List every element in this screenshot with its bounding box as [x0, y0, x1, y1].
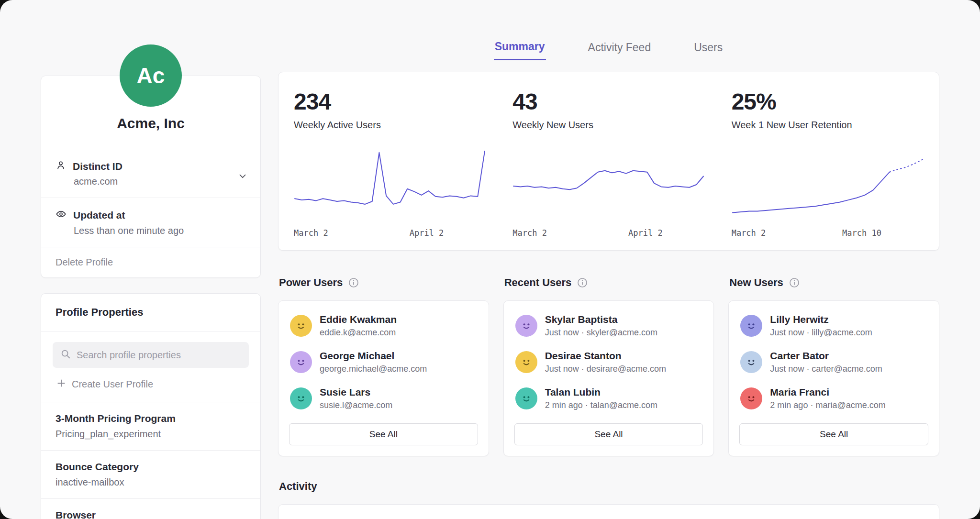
profile-properties-card: Profile Properties Create User Profile 3… — [41, 293, 261, 519]
face-icon — [745, 319, 758, 332]
user-meta: Just now · lilly@acme.com — [770, 328, 872, 338]
user-name: Skylar Baptista — [545, 314, 657, 325]
list-item[interactable]: Carter Bator Just now · carter@acme.com — [739, 344, 928, 380]
list-item[interactable]: Talan Lubin 2 min ago · talan@acme.com — [514, 380, 703, 417]
power-users-title: Power Users — [279, 276, 343, 289]
user-meta: Just now · carter@acme.com — [770, 364, 882, 374]
activity-card: 234 240 3.4k — [278, 504, 939, 519]
list-item[interactable]: Maria Franci 2 min ago · maria@acme.com — [739, 380, 928, 417]
distinct-id-label: Distinct ID — [73, 161, 122, 172]
x-axis-start: March 2 — [512, 228, 547, 238]
see-all-button[interactable]: See All — [514, 423, 703, 445]
face-icon — [294, 319, 308, 332]
power-users-card: Eddie Kwakman eddie.k@acme.com George Mi… — [278, 300, 489, 456]
profile-properties-title: Profile Properties — [41, 294, 260, 331]
x-axis-end: March 10 — [842, 228, 881, 238]
stat-value: 43 — [512, 88, 704, 115]
user-name: Susie Lars — [320, 386, 392, 398]
user-meta: Just now · desirare@acme.com — [545, 364, 666, 374]
user-name: Maria Franci — [770, 386, 885, 398]
see-all-button[interactable]: See All — [289, 423, 478, 445]
x-axis-labels: March 2 March 10 — [732, 228, 924, 238]
stat-value: 25% — [732, 88, 924, 115]
activity-stat: 3.4k — [718, 517, 937, 519]
property-label: 3-Month Pricing Program — [56, 413, 246, 424]
x-axis-labels: March 2 April 2 — [294, 228, 486, 238]
x-axis-end: April 2 — [628, 228, 663, 238]
x-axis-start: March 2 — [732, 228, 766, 238]
avatar — [515, 351, 537, 373]
recent-users-card: Skylar Baptista Just now · skyler@acme.c… — [503, 300, 714, 456]
info-icon[interactable] — [789, 277, 800, 288]
stat-value: 234 — [294, 88, 486, 115]
weekly-active-users-sparkline — [294, 147, 486, 222]
activity-stat: 234 — [280, 517, 499, 519]
list-item[interactable]: Eddie Kwakman eddie.k@acme.com — [289, 308, 478, 344]
property-row-pricing-program[interactable]: 3-Month Pricing Program Pricing_plan_exp… — [41, 402, 260, 450]
list-item[interactable]: Lilly Herwitz Just now · lilly@acme.com — [739, 308, 928, 344]
list-item[interactable]: George Michael george.michael@acme.com — [289, 344, 478, 380]
activity-section: Activity 234 240 3.4k — [278, 480, 939, 519]
avatar — [740, 387, 762, 409]
user-name: Lilly Herwitz — [770, 314, 872, 325]
stat-weekly-new-users: 43 Weekly New Users March 2 April 2 — [499, 88, 718, 238]
app-window: Ac Acme, Inc Distinct ID acme.com — [0, 0, 980, 519]
info-icon[interactable] — [348, 277, 359, 288]
stat-week1-retention: 25% Week 1 New User Retention March 2 Ma… — [718, 88, 937, 238]
activity-title: Activity — [278, 480, 939, 493]
avatar — [515, 315, 537, 337]
stat-label: Week 1 New User Retention — [732, 120, 924, 131]
profile-card: Ac Acme, Inc Distinct ID acme.com — [41, 76, 261, 278]
list-item[interactable]: Susie Lars susie.l@acme.com — [289, 380, 478, 417]
user-meta: Just now · skyler@acme.com — [545, 328, 657, 338]
eye-icon — [56, 209, 67, 222]
list-item[interactable]: Skylar Baptista Just now · skyler@acme.c… — [514, 308, 703, 344]
updated-at-label: Updated at — [73, 210, 125, 221]
profile-sidebar: Ac Acme, Inc Distinct ID acme.com — [41, 0, 261, 519]
face-icon — [520, 355, 533, 369]
stat-weekly-active-users: 234 Weekly Active Users March 2 April 2 — [280, 88, 499, 238]
summary-card: 234 Weekly Active Users March 2 April 2 … — [278, 72, 939, 251]
user-name: Eddie Kwakman — [320, 314, 397, 325]
tab-bar: Summary Activity Feed Users — [278, 40, 939, 60]
property-row-browser[interactable]: Browser Chrome — [41, 498, 260, 519]
avatar — [740, 315, 762, 337]
search-icon — [60, 349, 71, 361]
avatar — [290, 387, 312, 409]
list-item[interactable]: Desirae Stanton Just now · desirare@acme… — [514, 344, 703, 380]
user-name: Carter Bator — [770, 350, 882, 362]
distinct-id-value: acme.com — [74, 176, 246, 187]
recent-users-title: Recent Users — [504, 276, 572, 289]
user-name: Desirae Stanton — [545, 350, 666, 362]
new-users-card: Lilly Herwitz Just now · lilly@acme.com … — [728, 300, 939, 456]
power-users-section: Power Users Eddie Kwakman eddie.k@acme.c… — [278, 276, 489, 456]
avatar — [290, 315, 312, 337]
profile-properties-search[interactable] — [53, 342, 249, 368]
property-row-bounce-category[interactable]: Bounce Category inactive-mailbox — [41, 450, 260, 498]
avatar — [740, 351, 762, 373]
weekly-new-users-sparkline — [512, 147, 704, 222]
user-name: George Michael — [320, 350, 427, 362]
updated-at-row: Updated at Less than one minute ago — [41, 198, 260, 247]
chevron-down-icon[interactable] — [237, 171, 248, 181]
delete-profile-button[interactable]: Delete Profile — [41, 247, 260, 277]
search-input[interactable] — [77, 350, 241, 361]
info-icon[interactable] — [577, 277, 588, 288]
stat-label: Weekly New Users — [512, 120, 704, 131]
face-icon — [745, 355, 758, 369]
create-user-profile-button[interactable]: Create User Profile — [56, 378, 153, 390]
user-name: Talan Lubin — [545, 386, 657, 398]
user-meta: susie.l@acme.com — [320, 400, 392, 410]
plus-icon — [56, 378, 66, 390]
x-axis-labels: March 2 April 2 — [512, 228, 704, 238]
see-all-button[interactable]: See All — [739, 423, 928, 445]
tab-activity-feed[interactable]: Activity Feed — [587, 40, 652, 60]
distinct-id-row: Distinct ID acme.com — [41, 149, 260, 198]
face-icon — [294, 392, 308, 405]
tab-users[interactable]: Users — [693, 40, 724, 60]
user-meta: 2 min ago · talan@acme.com — [545, 400, 657, 410]
property-value: Pricing_plan_experiment — [56, 429, 246, 440]
tab-summary[interactable]: Summary — [494, 40, 546, 60]
recent-users-section: Recent Users Skylar Baptista Just now · … — [503, 276, 714, 456]
user-lists-row: Power Users Eddie Kwakman eddie.k@acme.c… — [278, 276, 939, 456]
